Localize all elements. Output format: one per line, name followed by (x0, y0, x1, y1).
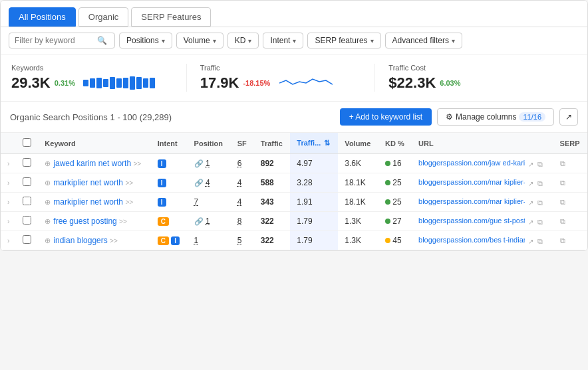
tab-serp-features[interactable]: SERP Features (131, 7, 211, 27)
serp-features-filter[interactable]: SERP features ▾ (307, 33, 380, 48)
col-keyword[interactable]: Keyword (38, 133, 150, 154)
volume-filter[interactable]: Volume ▾ (176, 33, 223, 48)
tab-bar: All Positions Organic SERP Features (1, 1, 587, 27)
url-link[interactable]: bloggerspassion.com/gue st-posting-sites… (418, 217, 525, 225)
col-expand (1, 133, 16, 154)
row-checkbox[interactable] (23, 177, 31, 186)
external-icon: ↗ (528, 238, 533, 245)
chevron-down-icon: ▾ (293, 37, 296, 45)
serp-cell[interactable]: ⧉ (553, 193, 587, 212)
serp-cell[interactable]: ⧉ (553, 212, 587, 231)
sf-cell: 6 (231, 154, 254, 173)
serp-icon[interactable]: ⧉ (560, 159, 565, 167)
traffic-change: -18.15% (243, 79, 270, 87)
kd-dot (385, 219, 390, 224)
serp-icon[interactable]: ⧉ (560, 217, 565, 225)
manage-columns-button[interactable]: ⚙ Manage columns 11/16 (437, 108, 554, 126)
expand-icon[interactable]: › (7, 179, 9, 187)
traffic-value: 17.9K (200, 74, 239, 92)
expand-icon[interactable]: › (7, 237, 9, 244)
checkbox-cell[interactable] (16, 154, 38, 173)
copy-icon[interactable]: ⧉ (537, 218, 543, 226)
row-checkbox[interactable] (23, 158, 31, 167)
intent-filter[interactable]: Intent ▾ (263, 33, 303, 48)
copy-icon[interactable]: ⧉ (537, 199, 543, 207)
keyword-link[interactable]: markiplier net worth >> (53, 178, 133, 187)
serp-icon[interactable]: ⧉ (560, 179, 565, 187)
chevron-down-icon: ▾ (213, 37, 216, 45)
expand-cell[interactable]: › (1, 173, 16, 193)
col-traffic-pct[interactable]: Traffi... ⇅ (290, 133, 338, 154)
col-intent[interactable]: Intent (151, 133, 188, 154)
copy-icon[interactable]: ⧉ (537, 237, 543, 245)
tab-all-positions[interactable]: All Positions (9, 7, 76, 27)
intent-cell: I (151, 193, 188, 212)
kd-cell: 45 (378, 231, 412, 250)
traffic-pct-cell: 4.97 (290, 154, 338, 173)
row-checkbox[interactable] (23, 197, 31, 205)
row-checkbox[interactable] (23, 216, 31, 225)
checkbox-cell[interactable] (16, 231, 38, 250)
positions-filter[interactable]: Positions ▾ (119, 33, 172, 48)
checkbox-cell[interactable] (16, 193, 38, 212)
section-title: Organic Search Positions 1 - 100 (29,289… (10, 112, 172, 122)
position-cell: 🔗 1 (188, 154, 231, 173)
expand-icon[interactable]: › (7, 160, 9, 167)
results-table-wrapper: Keyword Intent Position SF Traffic Traff… (1, 133, 587, 250)
intent-badge: C (158, 217, 169, 226)
volume-cell: 18.1K (338, 173, 378, 193)
advanced-filters[interactable]: Advanced filters ▾ (385, 33, 462, 48)
serp-cell[interactable]: ⧉ (553, 154, 587, 173)
url-link[interactable]: bloggerspassion.com/mar kiplier-net-wort… (418, 197, 525, 205)
position-cell: 🔗 1 (188, 212, 231, 231)
expand-cell[interactable]: › (1, 154, 16, 173)
plus-icon: ⊕ (45, 179, 51, 187)
url-link[interactable]: bloggerspassion.com/bes t-indian-blogs-t… (418, 236, 525, 244)
keyword-search-box[interactable]: 🔍 (9, 33, 115, 48)
col-position[interactable]: Position (188, 133, 231, 154)
col-checkbox[interactable] (16, 133, 38, 154)
col-traffic[interactable]: Traffic (254, 133, 291, 154)
traffic-sparkline (279, 75, 333, 91)
tab-organic[interactable]: Organic (78, 7, 129, 27)
traffic-cost-change: 6.03% (440, 79, 460, 87)
keyword-cell: ⊕ free guest posting >> (38, 212, 150, 231)
col-kd[interactable]: KD % (378, 133, 412, 154)
intent-cell: I (151, 173, 188, 193)
keywords-label: Keywords (11, 64, 173, 72)
serp-cell[interactable]: ⧉ (553, 173, 587, 193)
table-row: › ⊕ markiplier net worth >> I 7 4 343 1.… (1, 193, 587, 212)
copy-icon[interactable]: ⧉ (537, 160, 543, 168)
url-link[interactable]: bloggerspassion.com/mar kiplier-net-wort… (418, 178, 525, 186)
add-to-keyword-list-button[interactable]: + Add to keyword list (340, 108, 432, 126)
select-all-checkbox[interactable] (23, 138, 31, 147)
copy-icon[interactable]: ⧉ (537, 179, 543, 187)
plus-icon: ⊕ (45, 236, 51, 245)
keyword-link[interactable]: free guest posting >> (53, 217, 126, 226)
col-url[interactable]: URL (412, 133, 553, 154)
traffic-pct-cell: 1.79 (290, 212, 338, 231)
url-link[interactable]: bloggerspassion.com/jaw ed-karim-net-wor… (418, 159, 525, 167)
serp-icon[interactable]: ⧉ (560, 198, 565, 206)
serp-icon[interactable]: ⧉ (560, 236, 565, 244)
col-serp[interactable]: SERP (553, 133, 587, 154)
col-sf[interactable]: SF (231, 133, 254, 154)
export-button[interactable]: ↗ (559, 108, 578, 126)
row-checkbox[interactable] (23, 235, 31, 244)
checkbox-cell[interactable] (16, 173, 38, 193)
keyword-link[interactable]: jawed karim net worth >> (53, 159, 141, 168)
keyword-link[interactable]: markiplier net worth >> (53, 197, 133, 207)
expand-icon[interactable]: › (7, 199, 9, 206)
expand-cell[interactable]: › (1, 193, 16, 212)
search-input[interactable] (15, 36, 94, 45)
expand-cell[interactable]: › (1, 212, 16, 231)
sf-cell: 4 (231, 193, 254, 212)
kd-filter[interactable]: KD ▾ (227, 33, 259, 48)
expand-cell[interactable]: › (1, 231, 16, 250)
serp-cell[interactable]: ⧉ (553, 231, 587, 250)
keyword-link[interactable]: indian bloggers >> (53, 236, 117, 245)
checkbox-cell[interactable] (16, 212, 38, 231)
keyword-cell: ⊕ jawed karim net worth >> (38, 154, 150, 173)
expand-icon[interactable]: › (7, 218, 9, 225)
col-volume[interactable]: Volume (338, 133, 378, 154)
